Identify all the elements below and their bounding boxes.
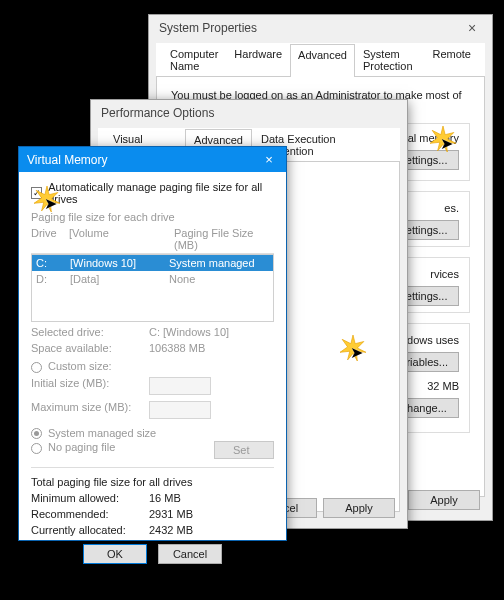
vmem-title: Virtual Memory bbox=[27, 153, 107, 167]
totals-caption: Total paging file size for all drives bbox=[31, 476, 274, 488]
no-paging-label: No paging file bbox=[48, 441, 115, 453]
hdr-drive: Drive bbox=[31, 227, 69, 251]
no-paging-radio[interactable] bbox=[31, 443, 42, 454]
initial-size-label: Initial size (MB): bbox=[31, 377, 149, 395]
paging-section-label: Paging file size for each drive bbox=[31, 211, 274, 223]
system-managed-radio[interactable] bbox=[31, 428, 42, 439]
auto-manage-row[interactable]: ✓ Automatically manage paging file size … bbox=[31, 181, 274, 205]
sysprops-title: System Properties bbox=[149, 15, 492, 41]
tab-system-protection[interactable]: System Protection bbox=[355, 43, 424, 76]
selected-drive-value: C: [Windows 10] bbox=[149, 326, 229, 338]
vmem-ok-button[interactable]: OK bbox=[83, 544, 147, 564]
currently-allocated-label: Currently allocated: bbox=[31, 524, 149, 536]
tab-advanced[interactable]: Advanced bbox=[290, 44, 355, 77]
hdr-size: Paging File Size (MB) bbox=[174, 227, 274, 251]
drive-row-d[interactable]: D: [Data] None bbox=[32, 271, 273, 287]
maximum-size-label: Maximum size (MB): bbox=[31, 401, 149, 419]
auto-manage-label: Automatically manage paging file size fo… bbox=[48, 181, 274, 205]
tab-hardware[interactable]: Hardware bbox=[226, 43, 290, 76]
sysprops-tabs: Computer Name Hardware Advanced System P… bbox=[156, 43, 485, 77]
auto-manage-checkbox[interactable]: ✓ bbox=[31, 187, 42, 199]
initial-size-input[interactable] bbox=[149, 377, 211, 395]
system-managed-label: System managed size bbox=[48, 427, 156, 439]
sysprops-apply-button[interactable]: Apply bbox=[408, 490, 480, 510]
drive-row-c[interactable]: C: [Windows 10] System managed bbox=[32, 255, 273, 271]
drive-list-header: Drive [Volume Paging File Size (MB) bbox=[31, 225, 274, 254]
recommended-label: Recommended: bbox=[31, 508, 149, 520]
recommended-value: 2931 MB bbox=[149, 508, 193, 520]
close-icon[interactable]: × bbox=[452, 15, 492, 41]
close-icon[interactable]: × bbox=[260, 152, 278, 167]
min-allowed-value: 16 MB bbox=[149, 492, 181, 504]
space-available-label: Space available: bbox=[31, 342, 149, 354]
perfopt-title: Performance Options bbox=[91, 100, 407, 126]
vmem-titlebar: Virtual Memory × bbox=[19, 147, 286, 172]
hdr-volume: [Volume bbox=[69, 227, 174, 251]
tab-remote[interactable]: Remote bbox=[424, 43, 479, 76]
space-available-value: 106388 MB bbox=[149, 342, 205, 354]
vmem-cancel-button[interactable]: Cancel bbox=[158, 544, 222, 564]
tab-computer-name[interactable]: Computer Name bbox=[162, 43, 226, 76]
currently-allocated-value: 2432 MB bbox=[149, 524, 193, 536]
set-button[interactable]: Set bbox=[214, 441, 274, 459]
perfopt-apply-button[interactable]: Apply bbox=[323, 498, 395, 518]
drive-list[interactable]: C: [Windows 10] System managed D: [Data]… bbox=[31, 254, 274, 322]
selected-drive-label: Selected drive: bbox=[31, 326, 149, 338]
virtual-memory-dialog: Virtual Memory × ✓ Automatically manage … bbox=[18, 146, 287, 541]
custom-size-radio[interactable] bbox=[31, 362, 42, 373]
maximum-size-input[interactable] bbox=[149, 401, 211, 419]
custom-size-label: Custom size: bbox=[48, 360, 112, 372]
min-allowed-label: Minimum allowed: bbox=[31, 492, 149, 504]
